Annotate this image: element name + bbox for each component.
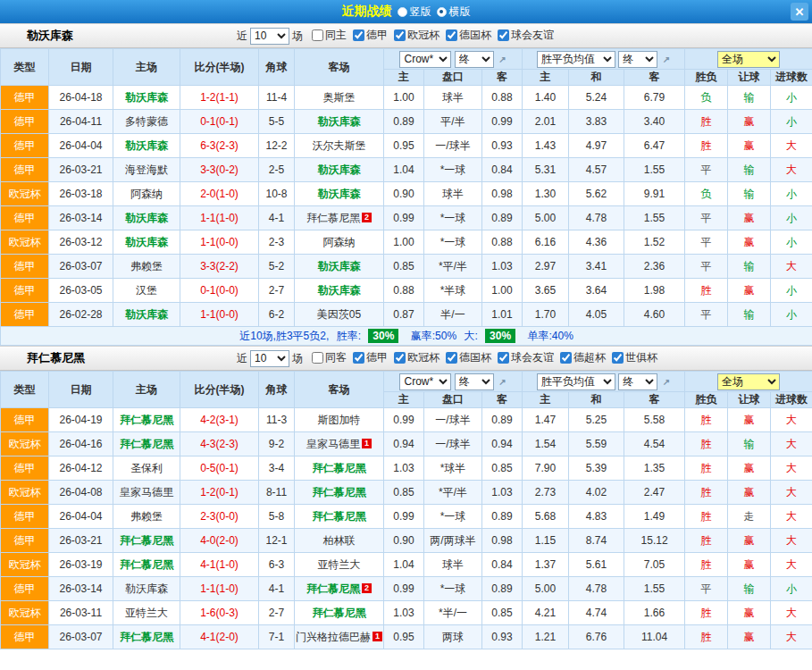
filter-item[interactable]: 德超杯 bbox=[560, 350, 606, 365]
filter-item[interactable]: 德国杯 bbox=[446, 28, 491, 43]
handicap-result-cell: 赢 bbox=[728, 625, 771, 649]
filter-item[interactable]: 世俱杯 bbox=[612, 350, 657, 365]
league-badge: 德甲 bbox=[1, 110, 49, 134]
match-row: 德甲26-02-28勒沃库森1-1(0-0)6-2美因茨050.87半/一1.0… bbox=[1, 303, 812, 327]
date-cell: 26-03-11 bbox=[49, 601, 113, 625]
score-cell: 1-1(1-0) bbox=[180, 577, 259, 601]
match-row: 德甲26-04-04勒沃库森6-3(2-3)12-2沃尔夫斯堡0.95一/球半0… bbox=[1, 134, 812, 158]
filter-checkbox-group: 同客德甲欧冠杯德国杯球会友谊德超杯世俱杯 bbox=[306, 350, 657, 366]
odds-source-select[interactable]: Crow* bbox=[399, 373, 451, 390]
handicap-home-odds: 0.90 bbox=[384, 529, 424, 553]
away-team-cell: 拜仁慕尼黑 bbox=[295, 481, 384, 505]
handicap-result-cell: 输 bbox=[728, 432, 771, 456]
filter-item[interactable]: 球会友谊 bbox=[498, 350, 554, 365]
filter-checkbox[interactable] bbox=[394, 352, 406, 364]
radio-circle-checked-icon[interactable] bbox=[437, 7, 447, 17]
match-count-select[interactable]: 10 bbox=[250, 28, 289, 45]
odds-final-select[interactable]: 终 bbox=[455, 51, 494, 68]
match-row: 德甲26-04-11多特蒙德0-1(0-1)5-5勒沃库森0.89平/半0.99… bbox=[1, 110, 812, 134]
date-cell: 26-04-19 bbox=[49, 408, 113, 432]
odds-source-select[interactable]: Crow* bbox=[399, 51, 451, 68]
expand-icon[interactable]: ↗ bbox=[498, 377, 506, 387]
filter-checkbox[interactable] bbox=[560, 352, 572, 364]
filter-item[interactable]: 欧冠杯 bbox=[394, 28, 439, 43]
team-name: 勒沃库森 bbox=[318, 188, 361, 200]
team-name: 沃尔夫斯堡 bbox=[313, 139, 366, 152]
result-cell: 负 bbox=[685, 86, 728, 110]
bayern-control-bar: 拜仁慕尼黑 近 10 场 同客德甲欧冠杯德国杯球会友谊德超杯世俱杯 bbox=[0, 346, 812, 371]
filter-checkbox[interactable] bbox=[312, 352, 323, 364]
filter-checkbox[interactable] bbox=[353, 352, 364, 364]
filter-item[interactable]: 欧冠杯 bbox=[394, 350, 439, 365]
filter-item[interactable]: 同客 bbox=[312, 350, 347, 365]
handicap-line: *一球 bbox=[424, 206, 482, 230]
away-team-cell: 阿森纳 bbox=[295, 230, 384, 255]
europe-draw-odds: 4.05 bbox=[569, 303, 624, 327]
filter-item[interactable]: 德甲 bbox=[353, 28, 388, 43]
filter-checkbox[interactable] bbox=[498, 352, 509, 364]
filter-item[interactable]: 德国杯 bbox=[446, 350, 491, 365]
europe-final-select[interactable]: 终 bbox=[618, 51, 657, 68]
odds-final-select[interactable]: 终 bbox=[455, 373, 494, 390]
expand-icon[interactable]: ↗ bbox=[498, 54, 506, 64]
away-team-cell: 勒沃库森 bbox=[295, 279, 384, 303]
col-europe-away: 客 bbox=[624, 392, 685, 408]
handicap-home-odds: 0.95 bbox=[384, 625, 424, 649]
scope-select[interactable]: 全场 bbox=[717, 51, 780, 68]
filter-checkbox[interactable] bbox=[312, 29, 323, 41]
score-cell: 4-1(2-0) bbox=[180, 625, 259, 649]
europe-home-odds: 4.21 bbox=[523, 601, 569, 625]
radio-circle-icon[interactable] bbox=[398, 7, 407, 17]
filter-checkbox[interactable] bbox=[394, 29, 406, 41]
europe-avg-select[interactable]: 胜平负均值 bbox=[537, 51, 615, 68]
europe-away-odds: 5.58 bbox=[624, 408, 685, 432]
europe-home-odds: 5.68 bbox=[523, 505, 569, 529]
col-away: 客场 bbox=[295, 49, 384, 86]
match-row: 德甲26-04-12圣保利0-5(0-1)3-4拜仁慕尼黑1.03*球半0.85… bbox=[1, 456, 812, 481]
scope-select[interactable]: 全场 bbox=[717, 373, 780, 390]
europe-avg-select[interactable]: 胜平负均值 bbox=[537, 373, 615, 390]
home-team-cell: 海登海默 bbox=[113, 158, 180, 182]
europe-draw-odds: 8.74 bbox=[569, 529, 624, 553]
away-team-cell: 拜仁慕尼黑2 bbox=[295, 206, 384, 230]
team-name: 拜仁慕尼黑 bbox=[313, 510, 366, 523]
league-badge: 德甲 bbox=[1, 134, 49, 158]
home-team-cell: 圣保利 bbox=[113, 456, 180, 481]
handicap-away-odds: 1.01 bbox=[482, 303, 523, 327]
filter-checkbox[interactable] bbox=[498, 29, 509, 41]
home-team-cell: 拜仁慕尼黑 bbox=[113, 553, 180, 577]
radio-vertical-layout[interactable]: 竖版 bbox=[398, 4, 431, 20]
handicap-line: 球半 bbox=[424, 182, 482, 206]
filter-checkbox[interactable] bbox=[446, 352, 457, 364]
europe-final-select[interactable]: 终 bbox=[618, 373, 657, 390]
summary-big-rate-badge: 30% bbox=[485, 329, 515, 343]
corner-cell: 10-8 bbox=[259, 182, 295, 206]
handicap-result-cell: 输 bbox=[728, 577, 771, 601]
result-cell: 胜 bbox=[685, 481, 728, 505]
europe-home-odds: 1.54 bbox=[523, 432, 569, 456]
handicap-line: 半/一 bbox=[424, 303, 482, 327]
expand-icon[interactable]: ↗ bbox=[663, 54, 670, 64]
handicap-home-odds: 0.88 bbox=[384, 279, 424, 303]
filter-item[interactable]: 同主 bbox=[312, 28, 347, 43]
europe-away-odds: 1.49 bbox=[624, 505, 685, 529]
europe-away-odds: 2.36 bbox=[624, 255, 685, 279]
match-row: 欧冠杯26-04-08皇家马德里1-2(0-1)8-11拜仁慕尼黑0.85*平/… bbox=[1, 481, 812, 505]
filter-checkbox[interactable] bbox=[353, 29, 364, 41]
europe-draw-odds: 4.74 bbox=[569, 601, 624, 625]
match-count-select[interactable]: 10 bbox=[250, 350, 289, 367]
filters-bar: 近 10 场 同客德甲欧冠杯德国杯球会友谊德超杯世俱杯 bbox=[234, 350, 657, 367]
expand-icon[interactable]: ↗ bbox=[663, 377, 670, 387]
filter-item[interactable]: 德甲 bbox=[353, 350, 388, 365]
red-card-badge: 2 bbox=[362, 583, 372, 593]
radio-horizontal-layout[interactable]: 横版 bbox=[437, 4, 471, 20]
filter-item[interactable]: 球会友谊 bbox=[498, 28, 554, 43]
col-handicap: 盘口 bbox=[424, 70, 482, 86]
score-cell: 2-3(0-0) bbox=[180, 505, 259, 529]
handicap-home-odds: 0.95 bbox=[384, 134, 424, 158]
filter-checkbox[interactable] bbox=[446, 29, 457, 41]
filter-checkbox[interactable] bbox=[612, 352, 624, 364]
handicap-away-odds: 0.84 bbox=[482, 553, 523, 577]
close-icon[interactable]: ✕ bbox=[791, 3, 808, 21]
handicap-line: *一球 bbox=[424, 230, 482, 255]
